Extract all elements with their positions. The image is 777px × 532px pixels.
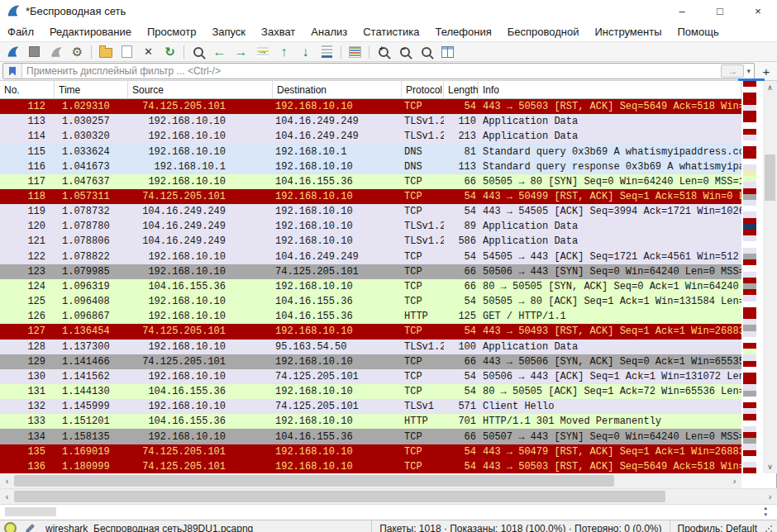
capture-options-button[interactable]: ⚙ — [67, 43, 88, 60]
find-packet-button[interactable] — [188, 43, 208, 60]
scroll-left-button[interactable]: ‹ — [0, 474, 14, 488]
spin-down-icon[interactable]: ▾ — [764, 511, 767, 518]
restart-fin-icon — [50, 46, 62, 58]
expert-info-icon[interactable] — [4, 522, 17, 532]
packet-row-125[interactable]: 1251.096408192.168.10.10104.16.155.36TCP… — [0, 294, 741, 309]
go-forward-button[interactable]: → — [231, 43, 251, 60]
resize-columns-button[interactable] — [437, 43, 458, 60]
scroll-left-button[interactable]: ‹ — [0, 490, 14, 504]
zoom-out-button[interactable]: − — [394, 43, 415, 60]
magnifier-icon — [193, 47, 203, 57]
packet-row-113[interactable]: 1131.030257192.168.10.10104.16.249.249TL… — [0, 114, 741, 129]
menu-item-3[interactable]: Запуск — [212, 26, 245, 38]
maximize-button[interactable]: □ — [701, 0, 739, 21]
column-header-protocol[interactable]: Protocol — [402, 81, 444, 98]
packet-row-135[interactable]: 1351.16901974.125.205.101192.168.10.10TC… — [0, 444, 741, 459]
colorize-packets-button[interactable] — [345, 43, 365, 60]
resize-grip[interactable] — [765, 525, 773, 532]
packet-row-130[interactable]: 1301.141562192.168.10.1074.125.205.101TC… — [0, 369, 741, 384]
go-last-packet-button[interactable]: ↓ — [295, 43, 316, 60]
packet-row-132[interactable]: 1321.145999192.168.10.1074.125.205.101TL… — [0, 399, 741, 414]
column-header-source[interactable]: Source — [128, 81, 273, 98]
hscrollbar-thumb[interactable] — [14, 475, 614, 487]
packet-cell: 115 — [0, 146, 55, 158]
menu-item-1[interactable]: Редактирование — [50, 26, 131, 38]
packet-row-120[interactable]: 1201.078780104.16.249.249192.168.10.10TL… — [0, 219, 741, 234]
packet-row-115[interactable]: 1151.033624192.168.10.10192.168.10.1DNS8… — [0, 144, 741, 159]
packet-row-134[interactable]: 1341.158135192.168.10.10104.16.155.36TCP… — [0, 429, 741, 444]
go-to-packet-button[interactable]: → — [252, 43, 273, 60]
menu-item-10[interactable]: Помощь — [678, 26, 719, 38]
reload-file-button[interactable]: ↻ — [160, 43, 180, 60]
packet-row-124[interactable]: 1241.096319104.16.155.36192.168.10.10TCP… — [0, 279, 741, 294]
vertical-scrollbar-thumb[interactable] — [765, 154, 775, 201]
close-button[interactable]: × — [739, 0, 777, 21]
spin-up-icon[interactable]: ▴ — [764, 505, 767, 511]
packet-cell: DNS — [402, 146, 444, 158]
collapsed-pane-thumb[interactable] — [5, 507, 56, 516]
column-header-destination[interactable]: Destination — [273, 81, 402, 98]
capture-filename[interactable]: wireshark_Беспроводная сетьJ89DU1.pcapng — [45, 523, 253, 532]
close-file-button[interactable]: ✕ — [138, 43, 159, 60]
restart-capture-button[interactable] — [45, 43, 66, 60]
menu-item-7[interactable]: Телефония — [435, 26, 491, 38]
vertical-scrollbar[interactable]: ∧ ∨ — [763, 81, 777, 473]
packet-row-127[interactable]: 1271.13645474.125.205.101192.168.10.10TC… — [0, 324, 741, 339]
add-filter-button[interactable]: + — [758, 64, 775, 78]
go-first-packet-button[interactable]: ↑ — [274, 43, 294, 60]
packet-row-121[interactable]: 1211.078806104.16.249.249192.168.10.10TL… — [0, 234, 741, 249]
packet-row-118[interactable]: 1181.05731174.125.205.101192.168.10.10TC… — [0, 189, 741, 204]
packet-minimap[interactable] — [743, 81, 756, 473]
lower-hscrollbar[interactable]: ‹ › — [0, 488, 777, 504]
packet-row-129[interactable]: 1291.14146674.125.205.101192.168.10.10TC… — [0, 354, 741, 369]
packet-row-122[interactable]: 1221.078822192.168.10.10104.16.249.249TC… — [0, 249, 741, 264]
scroll-up-button[interactable]: ∧ — [763, 81, 777, 94]
packet-row-117[interactable]: 1171.047637192.168.10.10104.16.155.36TCP… — [0, 174, 741, 189]
menu-item-0[interactable]: Файл — [7, 26, 34, 38]
profile-label[interactable]: Профиль: Default — [670, 523, 765, 532]
column-header-time[interactable]: Time — [55, 81, 128, 98]
menu-item-5[interactable]: Анализ — [311, 26, 347, 38]
save-file-button[interactable] — [117, 43, 137, 60]
column-header-no[interactable]: No. — [0, 81, 55, 98]
capture-comment-icon[interactable] — [25, 523, 36, 532]
packet-row-114[interactable]: 1141.030320192.168.10.10104.16.249.249TL… — [0, 129, 741, 144]
packet-row-136[interactable]: 1361.18099974.125.205.101192.168.10.10TC… — [0, 459, 741, 473]
packet-row-123[interactable]: 1231.079985192.168.10.1074.125.205.101TC… — [0, 264, 741, 279]
start-capture-button[interactable] — [2, 43, 23, 60]
column-header-info[interactable]: Info — [479, 81, 741, 98]
menu-item-6[interactable]: Статистика — [363, 26, 419, 38]
packet-row-112[interactable]: 1121.02931074.125.205.101192.168.10.10TC… — [0, 99, 741, 114]
packet-row-116[interactable]: 1161.041673192.168.10.1192.168.10.10DNS1… — [0, 159, 741, 174]
bookmark-icon — [9, 67, 16, 76]
go-back-button[interactable]: ← — [209, 43, 230, 60]
zoom-in-button[interactable]: + — [373, 43, 393, 60]
collapsed-pane-spinner[interactable]: ▴▾ — [764, 505, 767, 518]
filter-bookmark-button[interactable] — [3, 64, 22, 78]
column-header-length[interactable]: Length — [444, 81, 479, 98]
stop-capture-button[interactable] — [24, 43, 45, 60]
menu-item-4[interactable]: Захват — [261, 26, 295, 38]
menu-item-2[interactable]: Просмотр — [147, 26, 196, 38]
packet-cell: TCP — [402, 461, 444, 473]
packet-row-131[interactable]: 1311.144130104.16.155.36192.168.10.10TCP… — [0, 384, 741, 399]
zoom-normal-button[interactable] — [416, 43, 436, 60]
filter-dropdown-caret[interactable]: ▾ — [746, 67, 754, 75]
hscrollbar-thumb[interactable] — [14, 491, 665, 502]
packet-cell: TLSv1.2 — [402, 131, 444, 142]
packet-row-128[interactable]: 1281.137300192.168.10.1095.163.54.50TLSv… — [0, 340, 741, 354]
packet-list-hscrollbar[interactable]: ‹ › — [0, 473, 741, 488]
scroll-down-button[interactable]: ∨ — [763, 460, 777, 473]
scroll-right-button[interactable]: › — [727, 474, 741, 488]
minimize-button[interactable]: – — [663, 0, 701, 21]
open-file-button[interactable] — [95, 43, 116, 60]
scroll-right-button[interactable]: › — [763, 490, 777, 504]
display-filter-input[interactable] — [22, 65, 721, 77]
packet-row-133[interactable]: 1331.151201104.16.155.36192.168.10.10HTT… — [0, 414, 741, 429]
auto-scroll-button[interactable] — [317, 43, 337, 60]
menu-item-8[interactable]: Беспроводной — [508, 26, 579, 38]
menu-item-9[interactable]: Инструменты — [594, 26, 661, 38]
packet-row-119[interactable]: 1191.078732104.16.249.249192.168.10.10TC… — [0, 204, 741, 219]
packet-row-126[interactable]: 1261.096867192.168.10.10104.16.155.36HTT… — [0, 309, 741, 324]
apply-filter-button[interactable]: → — [721, 64, 744, 78]
